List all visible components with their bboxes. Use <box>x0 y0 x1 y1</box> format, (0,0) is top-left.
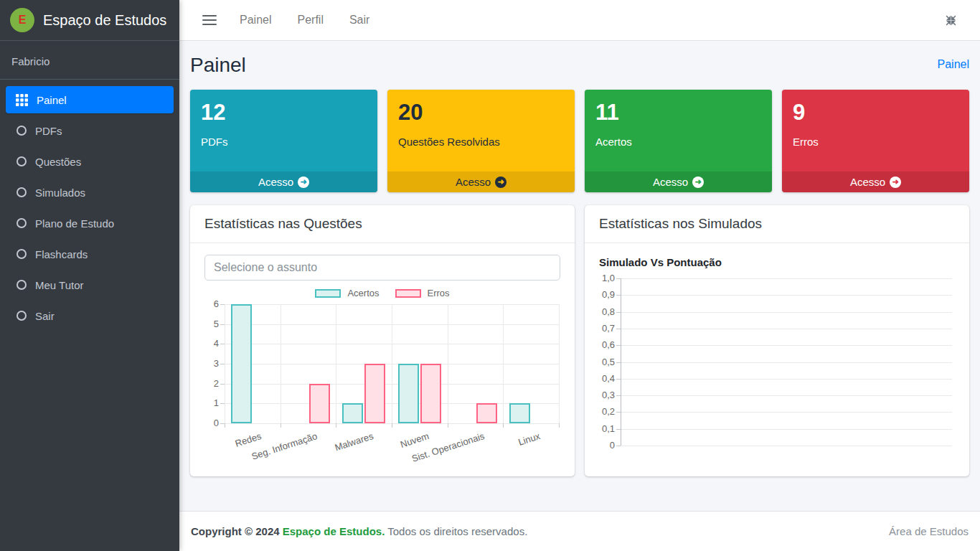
breadcrumb[interactable]: Painel <box>938 58 969 71</box>
card-body: Acertos Erros 0123456RedesSeg. Informaçã… <box>190 243 575 478</box>
legend-label: Acertos <box>347 288 379 298</box>
gridline <box>559 304 560 423</box>
y-tick-label: 6 <box>204 298 219 309</box>
footer-link-label: Acesso <box>850 176 885 188</box>
gridline <box>621 412 952 413</box>
sidebar-item-label: Painel <box>37 94 67 106</box>
circle-icon <box>17 156 27 166</box>
sidebar-item-meu-tutor[interactable]: Meu Tutor <box>6 271 174 298</box>
nav-link-perfil[interactable]: Perfil <box>284 14 336 27</box>
arrow-circle-right-icon: ➜ <box>298 176 309 188</box>
card-estatisticas-questoes: Estatísticas nas Questões Acertos Erros <box>190 205 575 476</box>
gridline <box>621 295 952 296</box>
info-box-label: Erros <box>793 136 958 148</box>
info-box-pdfs: 12 PDFs Acesso ➜ <box>190 90 377 192</box>
circle-icon <box>17 218 27 228</box>
sidebar-item-sair[interactable]: Sair <box>6 302 174 329</box>
sidebar: E Espaço de Estudos Fabricio Painel <box>0 0 179 551</box>
info-box-label: Acertos <box>595 136 761 148</box>
plot-area: 0123456RedesSeg. InformaçãoMalwaresNuvem… <box>225 304 559 423</box>
app-logo: E <box>10 8 34 32</box>
legend-label: Erros <box>428 288 450 298</box>
bar-acertos-2 <box>342 403 363 423</box>
info-box-footer-link[interactable]: Acesso ➜ <box>190 171 377 192</box>
sidebar-item-label: Flashcards <box>35 248 88 260</box>
nav-link-painel[interactable]: Painel <box>227 14 284 27</box>
page-title: Painel <box>190 54 246 77</box>
y-tick-label: 0,7 <box>599 323 615 334</box>
bar-acertos-3 <box>398 364 419 423</box>
tick <box>281 423 281 428</box>
subject-select[interactable] <box>204 255 560 281</box>
gridline <box>503 304 504 423</box>
tick <box>336 423 336 428</box>
info-box-acertos: 11 Acertos Acesso ➜ <box>585 90 772 192</box>
bar-erros-2 <box>364 364 385 423</box>
footer-right-text: Área de Estudos <box>889 525 969 537</box>
legend-swatch-acertos <box>315 289 341 298</box>
sidebar-item-simulados[interactable]: Simulados <box>6 179 174 206</box>
copyright-text: Copyright © 2024 Espaço de Estudos. Todo… <box>191 525 527 537</box>
y-tick-label: 3 <box>204 358 219 369</box>
card-estatisticas-simulados: Estatísticas nos Simulados Simulado Vs P… <box>585 205 969 476</box>
gridline <box>621 312 952 313</box>
content: Painel Painel 12 PDFs Acesso ➜ 20 <box>179 41 980 511</box>
card-title: Estatísticas nos Simulados <box>585 205 969 243</box>
footer-brand-link[interactable]: Espaço de Estudos. <box>283 525 385 537</box>
y-tick-label: 0,8 <box>599 306 615 317</box>
sidebar-item-questoes[interactable]: Questões <box>6 148 174 175</box>
plot-area: 1,00,90,80,70,60,50,40,30,20,10 <box>621 278 952 446</box>
gridline <box>225 304 225 423</box>
legend-item-erros[interactable]: Erros <box>395 288 450 298</box>
compress-icon[interactable] <box>945 14 957 27</box>
brand[interactable]: E Espaço de Estudos <box>0 0 179 41</box>
arrow-circle-right-icon: ➜ <box>692 176 704 188</box>
tick <box>448 423 448 428</box>
circle-icon <box>17 187 27 197</box>
card-body: Simulado Vs Pontuação 1,00,90,80,70,60,5… <box>585 243 969 469</box>
info-box-questoes-resolvidas: 20 Questões Resolvidas Acesso ➜ <box>387 90 575 192</box>
hamburger-icon[interactable] <box>202 15 217 25</box>
nav-link-sair[interactable]: Sair <box>336 14 382 27</box>
arrow-circle-right-icon: ➜ <box>495 176 507 188</box>
legend-item-acertos[interactable]: Acertos <box>315 288 379 298</box>
info-box-footer-link[interactable]: Acesso ➜ <box>782 171 969 192</box>
sidebar-item-painel[interactable]: Painel <box>6 86 174 113</box>
circle-icon <box>17 126 27 136</box>
sidebar-item-label: Questões <box>35 156 81 168</box>
sidebar-item-pdfs[interactable]: PDFs <box>6 117 174 144</box>
user-panel: Fabricio <box>0 41 179 80</box>
bar-erros-3 <box>420 364 441 423</box>
sidebar-nav: Painel PDFs Questões Simulados Plano de … <box>0 80 179 339</box>
info-box-footer-link[interactable]: Acesso ➜ <box>585 171 772 192</box>
y-tick-label: 0,5 <box>599 357 615 367</box>
bar-acertos-5 <box>509 403 530 423</box>
sidebar-item-plano-de-estudo[interactable]: Plano de Estudo <box>6 209 174 237</box>
x-tick-label: Malwares <box>333 430 374 453</box>
gridline <box>281 304 281 423</box>
circle-icon <box>17 280 27 290</box>
logo-letter: E <box>19 14 27 27</box>
tick <box>559 423 560 428</box>
y-tick-label: 0,4 <box>599 373 615 384</box>
tick <box>225 423 225 428</box>
sidebar-item-label: PDFs <box>35 125 62 137</box>
copyright-prefix: Copyright © 2024 <box>191 525 280 537</box>
y-tick-label: 4 <box>204 338 219 349</box>
info-box-inner: 11 Acertos <box>585 90 772 171</box>
bar-erros-4 <box>476 403 497 423</box>
sidebar-item-flashcards[interactable]: Flashcards <box>6 240 174 268</box>
y-tick-label: 0 <box>599 440 615 451</box>
questoes-bar-chart: 0123456RedesSeg. InformaçãoMalwaresNuvem… <box>204 300 560 466</box>
gridline <box>621 429 952 430</box>
footer-link-label: Acesso <box>456 176 491 188</box>
circle-icon <box>17 249 27 259</box>
info-box-label: PDFs <box>201 136 367 148</box>
content-header: Painel Painel <box>190 51 969 90</box>
info-box-footer-link[interactable]: Acesso ➜ <box>387 171 575 192</box>
username[interactable]: Fabricio <box>11 55 50 67</box>
y-tick-label: 0,3 <box>599 390 615 400</box>
copyright-suffix: Todos os direitos reservados. <box>387 525 527 537</box>
info-box-inner: 12 PDFs <box>190 90 377 171</box>
info-box-inner: 20 Questões Resolvidas <box>387 90 575 171</box>
